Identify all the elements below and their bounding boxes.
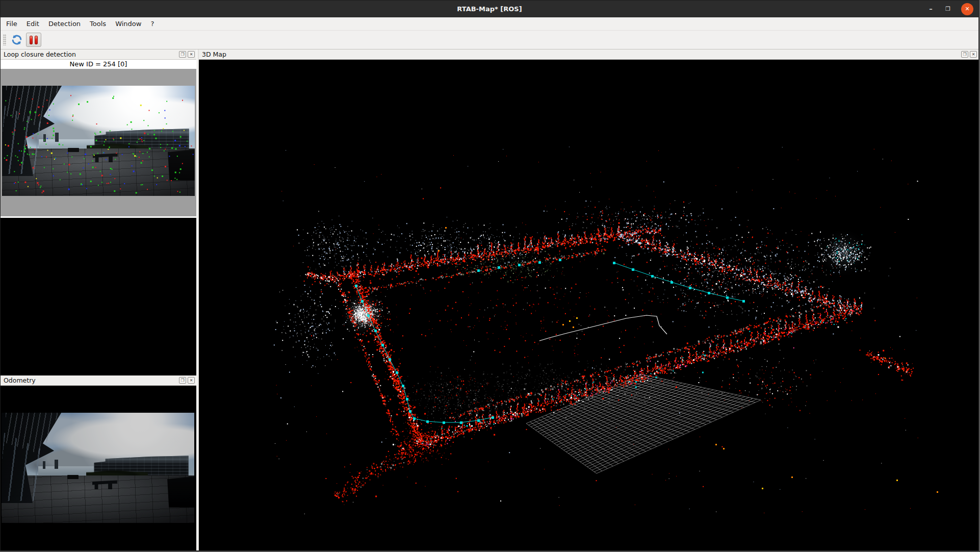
odometry-camera-image — [2, 413, 194, 523]
window-title: RTAB-Map* [ROS] — [457, 5, 522, 13]
loop-closure-status: New ID = 254 [0] — [1, 60, 196, 69]
minimize-icon[interactable]: – — [926, 6, 935, 12]
loop-closure-camera-image — [2, 86, 195, 196]
pause-icon — [30, 36, 38, 44]
left-dock-column: Loop closure detection ❐ ✕ New ID = 254 … — [1, 49, 196, 551]
toolbar — [1, 31, 978, 49]
close-panel-icon[interactable]: ✕ — [188, 51, 195, 58]
feature-overlay — [2, 86, 195, 196]
map-3d-dock-titlebar: 3D Map ❐ ✕ — [199, 49, 978, 60]
refresh-button[interactable] — [9, 33, 24, 47]
menu-window[interactable]: Window — [111, 17, 146, 30]
planter-box — [167, 476, 194, 507]
bench — [67, 475, 79, 479]
restore-icon[interactable]: ❐ — [944, 6, 952, 12]
loop-closure-title: Loop closure detection — [4, 51, 177, 58]
toolbar-drag-handle[interactable] — [3, 34, 6, 45]
menu-detection[interactable]: Detection — [44, 17, 85, 30]
close-icon[interactable]: ✕ — [961, 3, 973, 15]
float-panel-icon[interactable]: ❐ — [179, 377, 186, 384]
float-panel-icon[interactable]: ❐ — [179, 51, 186, 58]
map-3d-title: 3D Map — [202, 51, 960, 58]
menu-file[interactable]: File — [2, 17, 22, 30]
titlebar: RTAB-Map* [ROS] – ❐ ✕ — [1, 1, 978, 17]
close-panel-icon[interactable]: ✕ — [188, 377, 195, 384]
loop-closure-dock-titlebar: Loop closure detection ❐ ✕ — [1, 49, 196, 60]
close-panel-icon[interactable]: ✕ — [970, 51, 977, 58]
rtabmap-window: RTAB-Map* [ROS] – ❐ ✕ File Edit Detectio… — [0, 0, 979, 551]
map-3d-dock: 3D Map ❐ ✕ — [199, 49, 978, 551]
loop-closure-match-view — [1, 218, 196, 375]
menu-tools[interactable]: Tools — [85, 17, 111, 30]
float-panel-icon[interactable]: ❐ — [961, 51, 968, 58]
dock-area: Loop closure detection ❐ ✕ New ID = 254 … — [1, 49, 978, 551]
map-3d-view[interactable] — [199, 60, 978, 551]
pause-button[interactable] — [26, 33, 41, 47]
skyline-tower — [55, 460, 59, 469]
menubar: File Edit Detection Tools Window ? — [1, 17, 978, 31]
loop-closure-image-frame — [1, 69, 196, 216]
refresh-icon — [11, 34, 22, 45]
menu-edit[interactable]: Edit — [22, 17, 44, 30]
odometry-title: Odometry — [4, 377, 177, 384]
window-controls: – ❐ ✕ — [926, 1, 973, 17]
odometry-dock-titlebar: Odometry ❐ ✕ — [1, 375, 196, 386]
menu-help[interactable]: ? — [146, 17, 159, 30]
odometry-image-frame — [1, 386, 196, 551]
